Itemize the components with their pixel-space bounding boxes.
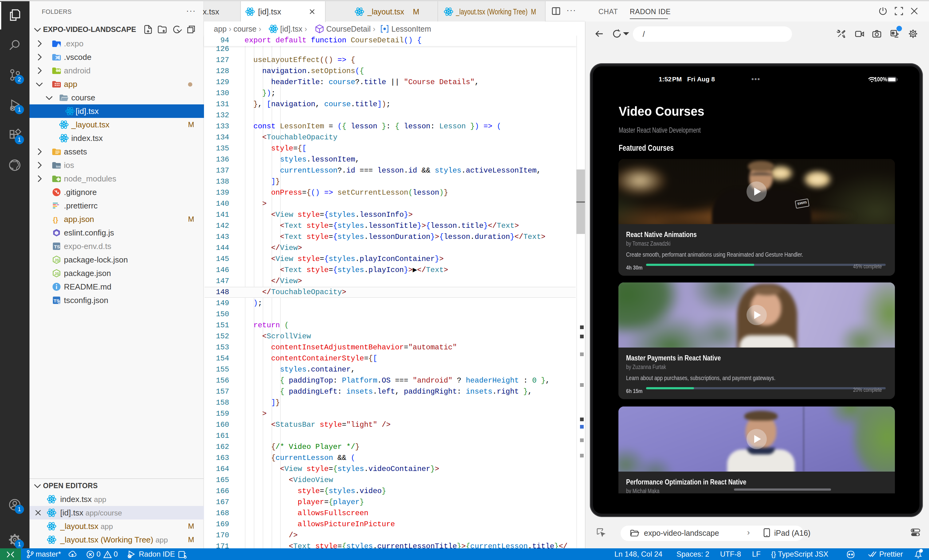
svg-text:ios: ios xyxy=(56,165,61,168)
svg-text:{}: {} xyxy=(53,216,58,223)
svg-text:JS: JS xyxy=(54,271,59,276)
svg-text:TS: TS xyxy=(54,244,60,249)
svg-text:JS: JS xyxy=(54,258,59,263)
